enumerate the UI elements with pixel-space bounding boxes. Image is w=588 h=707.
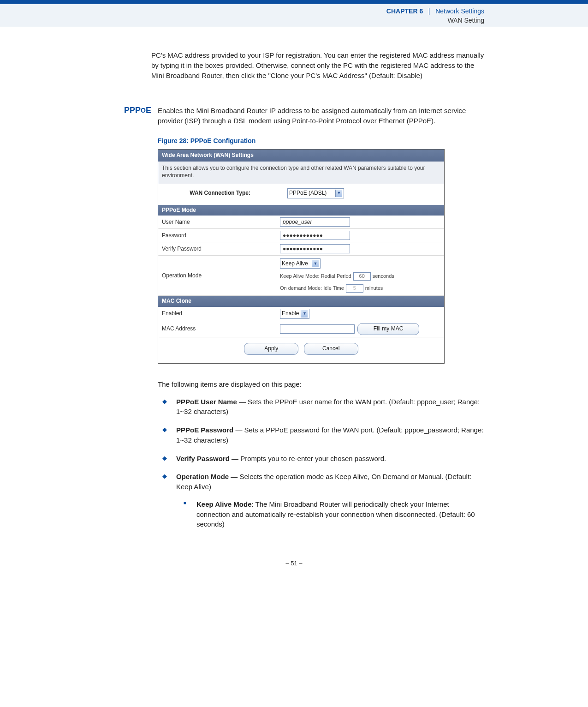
continuation-paragraph: PC's MAC address provided to your ISP fo… xyxy=(151,50,484,80)
pppoe-heading: PPPOE xyxy=(106,106,158,538)
mac-address-input[interactable] xyxy=(280,324,355,334)
sub-list-item: Keep Alive Mode: The Mini Broadband Rout… xyxy=(190,499,484,529)
wan-settings-figure: Wide Area Network (WAN) Settings This se… xyxy=(158,149,445,364)
cancel-button[interactable]: Cancel xyxy=(304,343,358,355)
apply-button[interactable]: Apply xyxy=(244,343,298,355)
fill-my-mac-button[interactable]: Fill my MAC xyxy=(357,323,419,335)
wan-connection-type-select[interactable]: PPPoE (ADSL) ▼ xyxy=(287,188,344,198)
verify-password-input[interactable]: ●●●●●●●●●●●● xyxy=(280,244,350,253)
enabled-label: Enabled xyxy=(158,307,276,320)
password-input[interactable]: ●●●●●●●●●●●● xyxy=(280,231,350,240)
item-title: Verify Password xyxy=(176,455,230,462)
list-item: Operation Mode — Selects the operation m… xyxy=(170,472,484,529)
pppoe-description: Enables the Mini Broadband Router IP add… xyxy=(158,106,484,126)
chapter-label: CHAPTER 6 xyxy=(386,7,423,15)
password-label: Password xyxy=(158,229,276,242)
figure-caption: Figure 28: PPPoE Configuration xyxy=(158,136,484,145)
wan-connection-type-value: PPPoE (ADSL) xyxy=(289,189,327,197)
list-item: PPPoE Password — Sets a PPPoE password f… xyxy=(170,425,484,445)
idle-time-input[interactable]: 5 xyxy=(346,284,363,293)
header-separator: | xyxy=(425,7,434,15)
chapter-title: Network Settings xyxy=(435,7,484,15)
chevron-down-icon: ▼ xyxy=(301,310,308,318)
item-text: — Prompts you to re-enter your chosen pa… xyxy=(230,455,386,462)
page-header: CHAPTER 6 | Network Settings WAN Setting xyxy=(0,4,588,27)
chapter-subtitle: WAN Setting xyxy=(447,17,484,24)
operation-mode-label: Operation Mode xyxy=(158,270,276,282)
mac-address-label: MAC Address xyxy=(158,323,276,335)
list-item: Verify Password — Prompts you to re-ente… xyxy=(170,454,484,464)
keep-alive-text-1: Keep Alive Mode: Redial Period xyxy=(280,273,353,280)
page-number: – 51 – xyxy=(0,560,588,581)
item-title: PPPoE User Name xyxy=(176,398,237,406)
feature-list: PPPoE User Name — Sets the PPPoE user na… xyxy=(158,397,484,530)
mac-clone-enabled-select[interactable]: Enable ▼ xyxy=(280,309,309,319)
mac-clone-enabled-value: Enable xyxy=(282,310,299,318)
redial-period-input[interactable]: 60 xyxy=(353,272,371,281)
wan-connection-type-label: WAN Connection Type: xyxy=(158,189,287,197)
on-demand-text-1: On demand Mode: Idle Time xyxy=(280,285,346,292)
sub-item-title: Keep Alive Mode xyxy=(196,500,251,508)
panel-description: This section allows you to configure the… xyxy=(158,162,444,184)
items-intro: The following items are displayed on thi… xyxy=(158,379,484,389)
chevron-down-icon: ▼ xyxy=(312,260,319,267)
item-title: Operation Mode xyxy=(176,473,229,480)
mac-clone-header: MAC Clone xyxy=(158,296,444,306)
item-title: PPPoE Password xyxy=(176,426,233,434)
pppoe-mode-header: PPPoE Mode xyxy=(158,205,444,216)
chevron-down-icon: ▼ xyxy=(335,190,342,197)
top-accent-bar xyxy=(0,0,588,4)
list-item: PPPoE User Name — Sets the PPPoE user na… xyxy=(170,397,484,417)
verify-password-label: Verify Password xyxy=(158,243,276,255)
keep-alive-text-2: senconds xyxy=(371,273,396,280)
user-name-input[interactable]: pppoe_user xyxy=(280,217,350,227)
on-demand-text-2: minutes xyxy=(363,285,385,292)
user-name-label: User Name xyxy=(158,216,276,228)
operation-mode-value: Keep Alive xyxy=(282,260,308,268)
operation-mode-select[interactable]: Keep Alive ▼ xyxy=(280,258,321,269)
panel-title: Wide Area Network (WAN) Settings xyxy=(158,150,444,161)
